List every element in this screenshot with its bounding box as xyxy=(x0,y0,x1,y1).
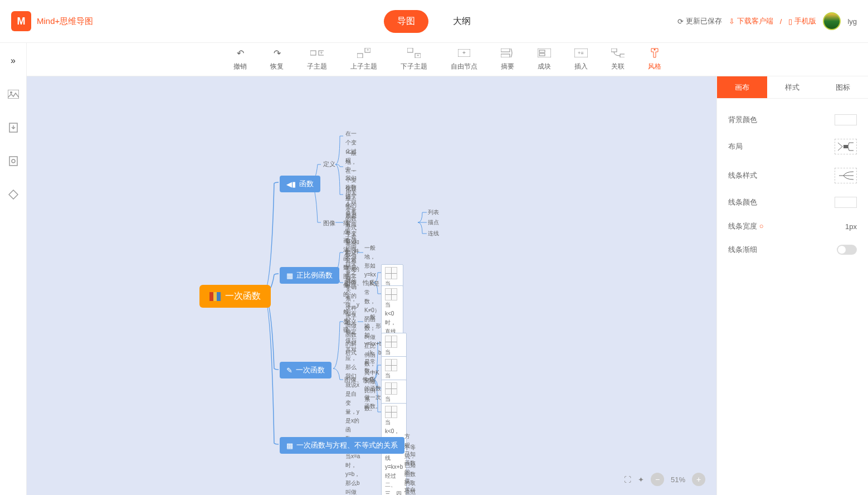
header: M Mind+思维导图 导图 大纲 ⟳ 更新已保存 ⇩ 下载客户端 / ▯ 手机… xyxy=(0,0,868,43)
app-logo[interactable]: M xyxy=(11,11,31,31)
divider: / xyxy=(780,17,782,26)
download-text: 下载客户端 xyxy=(737,16,773,26)
save-status-text: 更新已保存 xyxy=(686,16,722,26)
avatar[interactable] xyxy=(823,12,841,30)
username: lyg xyxy=(847,17,857,26)
mobile-icon: ▯ xyxy=(788,17,792,26)
mobile-link[interactable]: ▯ 手机版 xyxy=(788,16,816,26)
app-title: Mind+思维导图 xyxy=(37,16,93,27)
download-icon: ⇩ xyxy=(729,17,735,26)
save-status: ⟳ 更新已保存 xyxy=(677,16,722,26)
view-tabs: 导图 大纲 xyxy=(384,10,484,33)
logo-area: M Mind+思维导图 xyxy=(11,11,93,31)
mobile-text: 手机版 xyxy=(794,16,816,26)
clock-icon: ⟳ xyxy=(677,17,684,26)
tab-map[interactable]: 导图 xyxy=(384,10,428,33)
header-right: ⟳ 更新已保存 ⇩ 下载客户端 / ▯ 手机版 lyg xyxy=(677,12,857,30)
tab-outline[interactable]: 大纲 xyxy=(440,10,484,33)
download-link[interactable]: ⇩ 下载客户端 xyxy=(729,16,773,26)
